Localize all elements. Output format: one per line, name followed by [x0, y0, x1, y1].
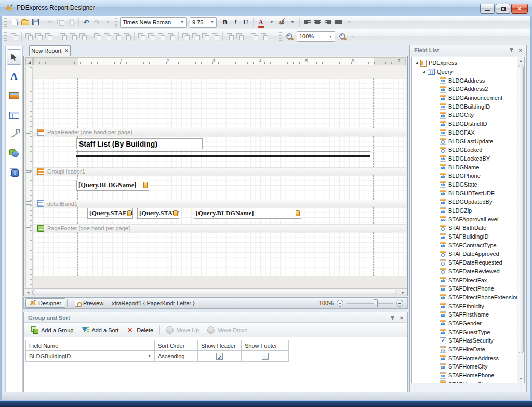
align-vertical-centers-button[interactable]	[34, 32, 43, 41]
send-to-back-button[interactable]	[260, 32, 269, 41]
field-list-item[interactable]: BLDGLocked	[412, 146, 517, 154]
pin-icon[interactable]	[390, 315, 395, 320]
make-same-width-button[interactable]	[137, 32, 146, 41]
field-list-item[interactable]: BLDGFAX	[412, 128, 517, 137]
align-left-edges-button[interactable]	[24, 32, 33, 41]
band-drag-handle[interactable]	[26, 169, 31, 174]
group-header-band-area[interactable]: [Query.BLDGName]	[33, 175, 406, 200]
field-list-item[interactable]: BLDGBuildingID	[412, 102, 517, 111]
field-list-item[interactable]: BLDGUpdatedBy	[412, 198, 517, 206]
field-list-item[interactable]: STAFContractType	[412, 241, 517, 250]
field-list-item[interactable]: STAFHireDate	[412, 345, 517, 354]
make-same-size-button[interactable]	[157, 32, 166, 41]
undo-dropdown-button[interactable]: ▼	[102, 17, 112, 28]
remove-horizontal-spacing-button[interactable]	[211, 32, 220, 41]
page-footer-band-area[interactable]	[33, 232, 406, 276]
close-panel-icon[interactable]: ×	[519, 48, 522, 53]
zoom-slider[interactable]	[347, 303, 393, 304]
designer-tab[interactable]: Designer	[25, 298, 65, 308]
detail-field-bldgname[interactable]: [Query.BLDGName]	[194, 208, 301, 219]
formatting-overflow-button[interactable]: ▼	[343, 17, 354, 28]
highlight-dropdown[interactable]: ▼	[287, 17, 297, 28]
save-button[interactable]	[30, 17, 41, 28]
separator[interactable]	[222, 32, 223, 41]
align-horizontal-centers-button[interactable]	[69, 32, 77, 41]
horizontal-ruler[interactable]: 1234567	[33, 57, 406, 65]
table-tool[interactable]	[7, 107, 21, 123]
center-horizontally-on-page-button[interactable]	[225, 32, 234, 41]
info-panel-tool[interactable]	[7, 165, 21, 180]
field-list-item[interactable]: STAFDirectPhone	[412, 284, 517, 293]
move-up-button[interactable]: Move Up	[159, 325, 203, 335]
field-list-item[interactable]: BLDGDistrictID	[412, 120, 517, 128]
field-list-item[interactable]: BLDGAddress	[412, 76, 517, 85]
smart-tag-icon[interactable]	[127, 210, 131, 216]
align-bottom-edges-button[interactable]	[78, 32, 87, 41]
pointer-tool[interactable]	[7, 49, 21, 65]
center-vertically-in-band-button[interactable]	[113, 32, 122, 41]
smart-tag-icon[interactable]	[174, 210, 178, 216]
new-report-button[interactable]	[9, 17, 20, 28]
pin-icon[interactable]	[509, 48, 514, 53]
zoom-out-button[interactable]: −	[284, 31, 295, 42]
field-list-item[interactable]: BLDGAnnouncement	[412, 94, 517, 102]
report-line-element[interactable]	[76, 151, 370, 159]
chevron-down-icon[interactable]: ▼	[148, 351, 151, 361]
align-right-edges-button[interactable]	[44, 32, 53, 41]
field-list-item[interactable]: STAFHomeCity	[412, 362, 517, 371]
increase-horizontal-spacing-button[interactable]	[191, 32, 200, 41]
bring-to-front-button[interactable]	[250, 32, 259, 41]
horizontal-scrollbar[interactable]: ◄ ►	[24, 288, 407, 296]
add-a-group-button[interactable]: Add a Group	[27, 325, 77, 335]
shape-tool[interactable]	[7, 146, 21, 161]
paste-button[interactable]	[66, 17, 76, 28]
label-tool[interactable]	[7, 69, 21, 84]
zoom-in-button[interactable]: +	[337, 31, 348, 42]
field-list-item[interactable]: STAFBirthDate	[412, 224, 517, 232]
italic-button[interactable]: I	[230, 17, 241, 28]
toolbar-grip[interactable]	[4, 32, 7, 41]
move-down-button[interactable]: Move Down	[203, 325, 251, 335]
field-list-item[interactable]: BLDGLockedBY	[412, 154, 517, 163]
separator[interactable]	[178, 32, 179, 41]
detail-field-staffirstname[interactable]: [Query.STAFFir	[87, 208, 133, 219]
separator[interactable]	[247, 32, 247, 41]
make-same-height-button[interactable]	[147, 32, 156, 41]
picture-box-tool[interactable]	[7, 88, 21, 103]
cut-button[interactable]: ✂	[45, 17, 56, 28]
zoom-out-slider-button[interactable]: −	[337, 300, 343, 307]
close-panel-icon[interactable]: ×	[400, 315, 403, 320]
delete-button[interactable]: Delete	[123, 325, 157, 335]
justify-button[interactable]	[333, 17, 343, 28]
field-list-item[interactable]: STAFDirectFax	[412, 275, 517, 284]
maximize-button[interactable]	[496, 4, 510, 14]
field-list-item[interactable]: STAFDirectPhoneExtension	[412, 293, 517, 302]
field-list-item[interactable]: STAFFirstName	[412, 310, 517, 319]
smart-tag-icon[interactable]	[296, 210, 300, 216]
redo-button[interactable]: ↷	[91, 17, 102, 28]
toolbar-grip[interactable]	[4, 18, 7, 27]
top-margin-band[interactable]	[33, 78, 406, 128]
smart-tag-icon[interactable]	[143, 182, 148, 188]
expander-icon[interactable]	[422, 70, 425, 73]
scrollbar-thumb[interactable]	[32, 290, 397, 295]
undo-button[interactable]: ↶	[81, 17, 91, 28]
align-center-button[interactable]	[312, 17, 323, 28]
expander-icon[interactable]	[415, 61, 418, 64]
field-list-item[interactable]: BLDGName	[412, 163, 517, 172]
detail-band-area[interactable]: [Query.STAFFir [Query.STAFLa [Query.BLDG…	[33, 207, 406, 224]
size-to-control-button[interactable]	[167, 32, 176, 41]
field-list-item[interactable]: STAFHomeAddress	[412, 353, 517, 362]
highlight-button[interactable]: ab	[276, 17, 287, 28]
field-name-cell[interactable]: BLDGBuildingID ▼	[25, 351, 155, 362]
group-field-bldgname[interactable]: [Query.BLDGName]	[76, 180, 149, 191]
align-top-edges-button[interactable]	[59, 32, 68, 41]
field-list-item[interactable]: STAFEthnicity	[412, 301, 517, 310]
size-to-grid-button[interactable]	[93, 32, 102, 41]
scroll-right-icon[interactable]: ►	[400, 290, 407, 296]
field-list-item[interactable]: BLDGCity	[412, 111, 517, 120]
separator[interactable]	[56, 32, 56, 41]
field-list-item[interactable]: STAFHomeState	[412, 379, 517, 383]
band-drag-handle[interactable]	[26, 130, 31, 135]
minimize-button[interactable]	[480, 4, 495, 14]
